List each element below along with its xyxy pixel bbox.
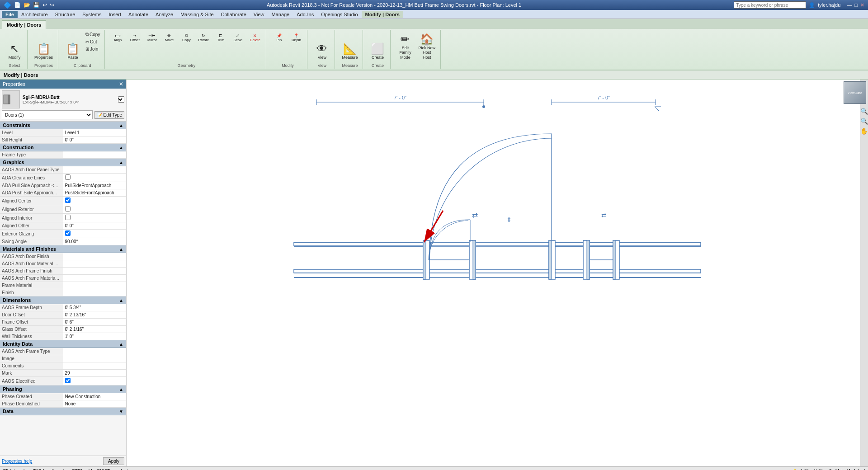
- menu-insert[interactable]: Insert: [105, 11, 125, 18]
- zoom-in-btn[interactable]: 🔍: [859, 107, 868, 116]
- qat-new[interactable]: 📄: [14, 2, 21, 8]
- menu-modify-doors[interactable]: Modify | Doors: [362, 11, 403, 18]
- prop-swing-angle-value[interactable]: 90.00°: [63, 238, 127, 245]
- section-phasing[interactable]: Phasing ▲: [0, 385, 126, 393]
- prop-finish-value[interactable]: [63, 289, 127, 296]
- prop-aligned-interior-value[interactable]: [63, 214, 127, 222]
- menu-collaborate[interactable]: Collaborate: [217, 11, 250, 18]
- menu-manage[interactable]: Manage: [268, 11, 293, 18]
- menu-file[interactable]: File: [2, 11, 18, 18]
- join-button[interactable]: ⊞ Join: [84, 46, 102, 52]
- aligned-center-checkbox[interactable]: [65, 197, 71, 203]
- prop-exterior-glazing-value[interactable]: [63, 230, 127, 238]
- prop-phase-demolished-value[interactable]: None: [63, 400, 127, 408]
- prop-wall-thickness-value[interactable]: 1' 0": [63, 333, 127, 340]
- prop-aligned-center-value[interactable]: [63, 197, 127, 205]
- electrified-checkbox[interactable]: [65, 378, 71, 383]
- create-button[interactable]: ⬜ Create: [368, 31, 387, 62]
- copy-button[interactable]: ⧉ Copy: [84, 31, 102, 38]
- prop-aligned-exterior-value[interactable]: [63, 205, 127, 214]
- search-input[interactable]: [734, 1, 806, 9]
- menu-openings[interactable]: Openings Studio: [317, 11, 361, 18]
- prop-glass-offset-value[interactable]: 0' 2 1/16": [63, 326, 127, 333]
- prop-aligned-other-value[interactable]: 0' 0": [63, 222, 127, 230]
- prop-ada-pull-value[interactable]: PullSideFrontApproach: [63, 182, 127, 189]
- paste-button[interactable]: 📋 Paste: [63, 31, 83, 62]
- prop-door-offset-value[interactable]: 0' 2 13/16": [63, 311, 127, 319]
- prop-frame-depth-value[interactable]: 0' 5 3/4": [63, 304, 127, 311]
- menu-systems[interactable]: Systems: [79, 11, 105, 18]
- pan-btn[interactable]: ✋: [859, 127, 868, 136]
- prop-ada-push-value[interactable]: PushSideFrontApproach: [63, 189, 127, 197]
- modify-button[interactable]: ↖ Modify: [5, 31, 24, 62]
- menu-analyze[interactable]: Analyze: [152, 11, 177, 18]
- canvas-area[interactable]: 7' - 0" 7' - 0": [127, 80, 868, 466]
- copy-elem-button[interactable]: ⧉ Copy: [178, 31, 194, 44]
- pin-button[interactable]: 📌 Pin: [271, 31, 287, 44]
- prop-ada-clearance-value[interactable]: [63, 174, 127, 182]
- section-construction[interactable]: Construction ▲: [0, 144, 126, 151]
- prop-arch-frame-type-value[interactable]: [63, 348, 127, 355]
- menu-addins[interactable]: Add-Ins: [293, 11, 317, 18]
- prop-phase-created-value[interactable]: New Construction: [63, 393, 127, 400]
- menu-massing[interactable]: Massing & Site: [177, 11, 217, 18]
- view-cube[interactable]: ViewCube: [844, 81, 866, 104]
- edit-type-button[interactable]: 📝 Edit Type: [94, 111, 124, 119]
- delete-button[interactable]: ✕ Delete: [247, 31, 263, 44]
- prop-level-value[interactable]: Level 1: [63, 129, 127, 136]
- properties-close-btn[interactable]: ✕: [119, 81, 123, 87]
- prop-door-finish-value[interactable]: [63, 253, 127, 260]
- align-button[interactable]: ⟷ Align: [109, 31, 126, 44]
- minimize-btn[interactable]: —: [847, 2, 852, 8]
- aligned-interior-checkbox[interactable]: [65, 215, 71, 220]
- menu-structure[interactable]: Structure: [52, 11, 79, 18]
- unpin-button[interactable]: 📍 Unpin: [288, 31, 304, 44]
- prop-panel-type-value[interactable]: [63, 166, 127, 174]
- qat-undo[interactable]: ↩: [42, 2, 47, 8]
- qat-save[interactable]: 💾: [33, 2, 40, 8]
- prop-frame-material-value[interactable]: [63, 275, 127, 282]
- prop-door-material-value[interactable]: [63, 260, 127, 268]
- instance-type-selector[interactable]: Doors (1): [2, 110, 93, 119]
- prop-frame-type-value[interactable]: [63, 151, 127, 159]
- mirror-button[interactable]: ⊣⊢ Mirror: [144, 31, 160, 44]
- section-graphics[interactable]: Graphics ▲: [0, 159, 126, 166]
- zoom-out-btn[interactable]: 🔍: [859, 117, 868, 126]
- section-materials[interactable]: Materials and Finishes ▲: [0, 245, 126, 253]
- ada-clearance-checkbox[interactable]: [65, 174, 71, 180]
- section-dimensions[interactable]: Dimensions ▲: [0, 296, 126, 304]
- measure-button[interactable]: 📐 Measure: [340, 31, 360, 62]
- cut-button[interactable]: ✂ Cut: [84, 38, 102, 45]
- edit-family-button[interactable]: ✏ EditFamilyMode: [395, 31, 415, 62]
- trim-button[interactable]: ⊏ Trim: [212, 31, 229, 44]
- offset-button[interactable]: ⇥ Offset: [127, 31, 143, 44]
- prop-mark-value[interactable]: 29: [63, 370, 127, 377]
- properties-button[interactable]: 📋 Properties: [32, 31, 55, 62]
- prop-frame-finish-value[interactable]: [63, 268, 127, 275]
- section-data[interactable]: Data ▼: [0, 408, 126, 415]
- prop-comments-value[interactable]: [63, 362, 127, 370]
- prop-sill-height-value[interactable]: 0' 0": [63, 136, 127, 144]
- aligned-exterior-checkbox[interactable]: [65, 206, 71, 212]
- rotate-button[interactable]: ↻ Rotate: [195, 31, 212, 44]
- tab-modify-doors[interactable]: Modify | Doors: [2, 20, 46, 29]
- section-constraints[interactable]: Constraints ▲: [0, 122, 126, 129]
- maximize-btn[interactable]: □: [854, 2, 858, 8]
- pick-new-host-button[interactable]: 🏠 Pick NewHostHost: [416, 31, 438, 62]
- qat-redo[interactable]: ↪: [50, 2, 54, 8]
- properties-help-link[interactable]: Properties help: [2, 459, 32, 464]
- menu-annotate[interactable]: Annotate: [125, 11, 152, 18]
- exterior-glazing-checkbox[interactable]: [65, 230, 71, 236]
- apply-button[interactable]: Apply: [103, 457, 124, 465]
- family-type-dropdown[interactable]: [118, 96, 124, 103]
- prop-frame-offset-value[interactable]: 0' 6": [63, 319, 127, 326]
- section-identity[interactable]: Identity Data ▲: [0, 340, 126, 348]
- scale-button[interactable]: ⤢ Scale: [230, 31, 246, 44]
- menu-architecture[interactable]: Architecture: [18, 11, 52, 18]
- prop-frame-mat-value[interactable]: [63, 282, 127, 289]
- prop-image-value[interactable]: [63, 355, 127, 362]
- menu-view[interactable]: View: [250, 11, 268, 18]
- close-btn[interactable]: ✕: [860, 2, 864, 8]
- move-button[interactable]: ✥ Move: [161, 31, 177, 44]
- prop-electrified-value[interactable]: [63, 377, 127, 385]
